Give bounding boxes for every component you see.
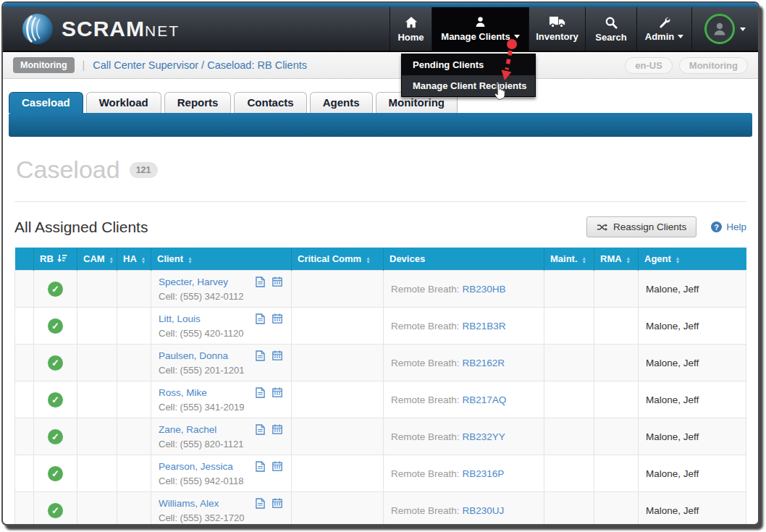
calendar-icon[interactable] (272, 461, 282, 471)
app-window: SCRAM NET Home Manage Clients Inventory … (1, 1, 759, 525)
nav-item-admin[interactable]: Admin (636, 7, 691, 51)
section-title: All Assigned Clients (14, 219, 148, 236)
column-header-ha[interactable]: HA▲▼ (117, 248, 151, 271)
column-header-rma[interactable]: RMA▲▼ (594, 248, 639, 271)
column-header-cam[interactable]: CAM▲▼ (77, 248, 117, 271)
column-header-maint[interactable]: Maint.▲▼ (544, 248, 594, 271)
reassign-clients-button[interactable]: Reassign Clients (586, 216, 696, 237)
notes-document-icon[interactable] (256, 387, 265, 398)
divider (14, 201, 746, 202)
client-cell-phone: Cell: (555) 820-1121 (159, 439, 284, 449)
table-row: ✓ Paulsen, Donna (15, 345, 746, 381)
user-menu[interactable] (691, 7, 758, 51)
breadcrumb-path-link[interactable]: Call Center Supervisor / Caseload: RB Cl… (93, 59, 307, 71)
maint-cell (544, 381, 594, 418)
row-select-cell (15, 308, 34, 345)
tab-workload[interactable]: Workload (86, 92, 161, 113)
maint-cell (544, 271, 594, 308)
device-id-link[interactable]: RB230HB (463, 284, 506, 295)
calendar-icon[interactable] (272, 498, 282, 508)
calendar-icon[interactable] (272, 424, 282, 434)
device-id-link[interactable]: RB217AQ (463, 394, 507, 405)
agent-cell: Malone, Jeff (639, 418, 746, 455)
row-select-cell (15, 418, 34, 455)
check-circle-icon: ✓ (48, 282, 63, 297)
column-header-agent[interactable]: Agent▲▼ (639, 248, 746, 271)
calendar-icon[interactable] (272, 313, 282, 324)
client-cell-phone: Cell: (555) 201-1201 (159, 365, 284, 376)
column-label: Client (157, 253, 183, 264)
rb-status-cell: ✓ (34, 492, 77, 526)
clients-table: RBCAM▲▼HA▲▼Client▲▼Critical Comm▲▼Device… (14, 248, 746, 525)
breadcrumb-separator: | (83, 59, 85, 71)
check-circle-icon: ✓ (48, 318, 63, 334)
device-id-link[interactable]: RB2316P (463, 468, 505, 479)
notes-document-icon[interactable] (256, 276, 265, 287)
client-cell-phone: Cell: (555) 352-1720 (159, 512, 284, 523)
critical-comm-cell (292, 271, 384, 308)
nav-label: Home (397, 32, 424, 43)
client-cell: Zane, Rachel Cell: (555) 820-1121 (151, 418, 292, 455)
client-name-link[interactable]: Litt, Louis (159, 313, 201, 324)
table-row: ✓ Zane, Rachel (15, 418, 746, 455)
home-icon (404, 16, 418, 29)
nav-item-home[interactable]: Home (390, 7, 432, 51)
truck-icon (549, 16, 566, 28)
ha-cell (117, 271, 151, 308)
client-cell: Litt, Louis Cell: (555) 420-1120 (151, 308, 292, 345)
column-header-select (15, 248, 34, 271)
check-circle-icon: ✓ (48, 429, 63, 444)
rb-status-cell: ✓ (34, 381, 77, 418)
notes-document-icon[interactable] (256, 313, 265, 324)
client-name-link[interactable]: Zane, Rachel (159, 424, 216, 435)
client-name-link[interactable]: Pearson, Jessica (159, 461, 233, 472)
row-select-cell (15, 381, 34, 418)
column-label: Agent (644, 253, 671, 264)
calendar-icon[interactable] (272, 350, 282, 360)
rma-cell (594, 381, 639, 418)
tab-caseload[interactable]: Caseload (9, 92, 83, 113)
agent-cell: Malone, Jeff (639, 455, 746, 492)
nav-item-inventory[interactable]: Inventory (529, 7, 585, 51)
user-icon (474, 16, 487, 28)
sort-carets-icon: ▲▼ (109, 256, 114, 263)
device-id-link[interactable]: RB230UJ (463, 505, 505, 516)
tab-agents[interactable]: Agents (310, 92, 373, 113)
tab-contacts[interactable]: Contacts (234, 92, 306, 113)
notes-document-icon[interactable] (256, 461, 265, 472)
menu-item-pending-clients[interactable]: Pending Clients (402, 54, 535, 75)
maint-cell (544, 308, 594, 345)
page-title: Caseload 121 (16, 156, 746, 184)
chevron-down-icon (740, 28, 746, 31)
device-id-link[interactable]: RB232YY (463, 431, 505, 442)
devices-cell: Remote Breath:RB21B3R (384, 308, 544, 345)
tab-reports[interactable]: Reports (164, 92, 232, 113)
device-id-link[interactable]: RB2162R (463, 358, 505, 368)
notes-document-icon[interactable] (256, 424, 265, 435)
menu-item-manage-client-recipients[interactable]: Manage Client Recipients (402, 75, 535, 96)
device-type-label: Remote Breath: (391, 468, 460, 479)
notes-document-icon[interactable] (256, 350, 265, 361)
device-type-label: Remote Breath: (391, 321, 460, 332)
client-cell: Williams, Alex Cell: (555) 352-172 (151, 492, 292, 526)
ha-cell (117, 455, 151, 492)
device-id-link[interactable]: RB21B3R (463, 321, 506, 332)
column-header-client[interactable]: Client▲▼ (151, 248, 292, 271)
column-header-rb[interactable]: RB (34, 248, 77, 271)
devices-cell: Remote Breath:RB230UJ (384, 492, 544, 526)
nav-item-search[interactable]: Search (585, 7, 636, 51)
column-header-critical_comm[interactable]: Critical Comm▲▼ (292, 248, 384, 271)
column-label: RMA (600, 253, 622, 264)
client-name-link[interactable]: Specter, Harvey (159, 276, 228, 287)
check-circle-icon: ✓ (48, 503, 63, 518)
help-link[interactable]: ? Help (711, 221, 746, 232)
notes-document-icon[interactable] (256, 498, 265, 509)
nav-item-manage-clients[interactable]: Manage Clients (432, 7, 529, 51)
client-name-link[interactable]: Williams, Alex (159, 498, 219, 509)
client-name-link[interactable]: Paulsen, Donna (159, 350, 228, 361)
critical-comm-cell (292, 308, 384, 345)
client-name-link[interactable]: Ross, Mike (159, 387, 207, 398)
sort-carets-icon: ▲▼ (141, 256, 146, 263)
calendar-icon[interactable] (272, 276, 282, 287)
calendar-icon[interactable] (272, 387, 282, 397)
